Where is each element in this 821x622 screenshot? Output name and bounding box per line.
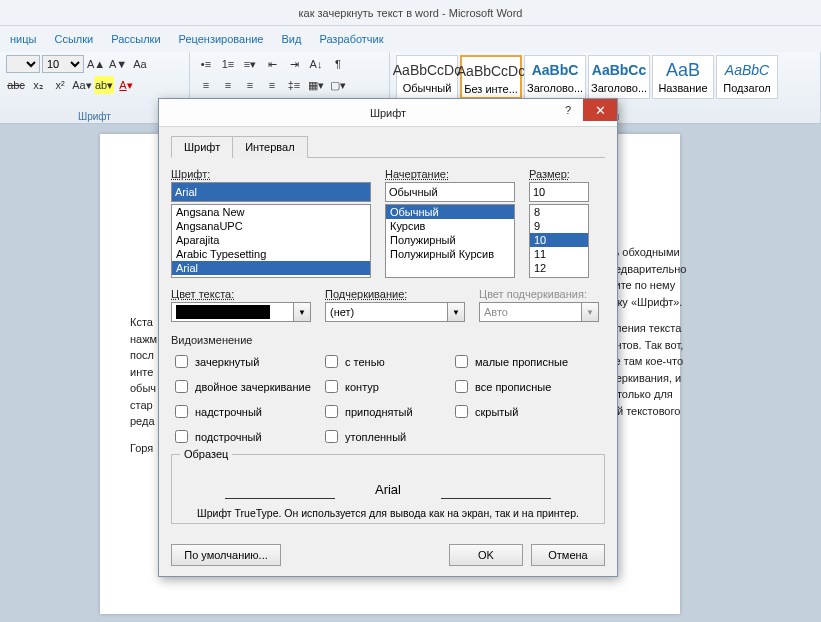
dialog-title: Шрифт xyxy=(370,107,406,119)
align-left-icon[interactable]: ≡ xyxy=(196,76,216,94)
ribbon-tab[interactable]: Рецензирование xyxy=(179,33,264,45)
doc-text: реда xyxy=(130,413,157,430)
sample-label: Образец xyxy=(180,448,232,460)
doc-text: посл xyxy=(130,347,157,364)
sample-desc: Шрифт TrueType. Он используется для выво… xyxy=(182,507,594,519)
list-item[interactable]: Angsana New xyxy=(172,205,370,219)
change-case-icon[interactable]: Aa▾ xyxy=(72,76,92,94)
chk-engrave[interactable]: утопленный xyxy=(321,427,451,446)
font-color-icon[interactable]: A▾ xyxy=(116,76,136,94)
cancel-button[interactable]: Отмена xyxy=(531,544,605,566)
superscript-icon[interactable]: x² xyxy=(50,76,70,94)
justify-icon[interactable]: ≡ xyxy=(262,76,282,94)
chk-sub[interactable]: подстрочный xyxy=(171,427,321,446)
ribbon-tab[interactable]: ницы xyxy=(10,33,36,45)
style-tile[interactable]: AaBbCcDcОбычный xyxy=(396,55,458,99)
style-label: Начертание: xyxy=(385,168,515,180)
size-input[interactable] xyxy=(529,182,589,202)
highlight-icon[interactable]: ab▾ xyxy=(94,76,114,94)
bullets-icon[interactable]: •≡ xyxy=(196,55,216,73)
default-button[interactable]: По умолчанию... xyxy=(171,544,281,566)
ucolor-label: Цвет подчеркивания: xyxy=(479,288,599,300)
sort-icon[interactable]: A↓ xyxy=(306,55,326,73)
style-tile[interactable]: AaBbCcЗаголово... xyxy=(588,55,650,99)
chk-hidden[interactable]: скрытый xyxy=(451,402,591,421)
chk-shadow[interactable]: с тенью xyxy=(321,352,451,371)
help-button[interactable]: ? xyxy=(553,99,583,121)
list-item[interactable]: 10 xyxy=(530,233,588,247)
style-tile[interactable]: AaBbCЗаголово... xyxy=(524,55,586,99)
list-item[interactable]: 11 xyxy=(530,247,588,261)
font-name-partial[interactable] xyxy=(6,55,40,73)
tab-font[interactable]: Шрифт xyxy=(171,136,233,158)
list-item[interactable]: 8 xyxy=(530,205,588,219)
ribbon-tab[interactable]: Вид xyxy=(282,33,302,45)
multilevel-icon[interactable]: ≡▾ xyxy=(240,55,260,73)
list-item[interactable]: 9 xyxy=(530,219,588,233)
borders-icon[interactable]: ▢▾ xyxy=(328,76,348,94)
style-listbox[interactable]: Обычный Курсив Полужирный Полужирный Кур… xyxy=(385,204,515,278)
chk-emboss[interactable]: приподнятый xyxy=(321,402,451,421)
effects-label: Видоизменение xyxy=(171,334,252,346)
indent-icon[interactable]: ⇥ xyxy=(284,55,304,73)
style-tile[interactable]: AaBНазвание xyxy=(652,55,714,99)
style-tile[interactable]: AaBbCcDcБез инте... xyxy=(460,55,522,99)
outdent-icon[interactable]: ⇤ xyxy=(262,55,282,73)
grow-font-icon[interactable]: A▲ xyxy=(86,55,106,73)
align-right-icon[interactable]: ≡ xyxy=(240,76,260,94)
dialog-tabs: Шрифт Интервал xyxy=(171,135,605,158)
numbering-icon[interactable]: 1≡ xyxy=(218,55,238,73)
dialog-buttons: По умолчанию... OK Отмена xyxy=(159,534,617,576)
list-item[interactable]: Aparajita xyxy=(172,233,370,247)
size-listbox[interactable]: 8 9 10 11 12 xyxy=(529,204,589,278)
close-button[interactable]: ✕ xyxy=(583,99,617,121)
chk-dstrike[interactable]: двойное зачеркивание xyxy=(171,377,321,396)
ribbon-tab[interactable]: Ссылки xyxy=(54,33,93,45)
list-item[interactable]: AngsanaUPC xyxy=(172,219,370,233)
chk-strike[interactable]: зачеркнутый xyxy=(171,352,321,371)
style-input[interactable] xyxy=(385,182,515,202)
ribbon-tabstrip: ницы Ссылки Рассылки Рецензирование Вид … xyxy=(0,26,821,52)
line-spacing-icon[interactable]: ‡≡ xyxy=(284,76,304,94)
color-combo[interactable]: ▼ xyxy=(171,302,311,322)
list-item[interactable]: Полужирный xyxy=(386,233,514,247)
list-item[interactable]: Обычный xyxy=(386,205,514,219)
ribbon-tab[interactable]: Разработчик xyxy=(319,33,383,45)
chk-smallcaps[interactable]: малые прописные xyxy=(451,352,591,371)
font-size-select[interactable]: 10 xyxy=(42,55,84,73)
list-item[interactable]: Arabic Typesetting xyxy=(172,247,370,261)
doc-text: инте xyxy=(130,364,157,381)
size-label: Размер: xyxy=(529,168,589,180)
doc-text: обыч xyxy=(130,380,157,397)
ribbon-tab[interactable]: Рассылки xyxy=(111,33,160,45)
chevron-down-icon[interactable]: ▼ xyxy=(448,302,465,322)
shrink-font-icon[interactable]: A▼ xyxy=(108,55,128,73)
sample-box: Образец Arial Шрифт TrueType. Он использ… xyxy=(171,454,605,524)
show-marks-icon[interactable]: ¶ xyxy=(328,55,348,73)
chk-super[interactable]: надстрочный xyxy=(171,402,321,421)
list-item[interactable]: Полужирный Курсив xyxy=(386,247,514,261)
list-item[interactable]: 12 xyxy=(530,261,588,275)
color-swatch xyxy=(176,305,270,319)
sample-text: Arial xyxy=(335,482,441,499)
list-item[interactable]: Arial xyxy=(172,261,370,275)
underline-combo[interactable]: (нет) ▼ xyxy=(325,302,465,322)
clear-format-icon[interactable]: Aa xyxy=(130,55,150,73)
chk-allcaps[interactable]: все прописные xyxy=(451,377,591,396)
font-input[interactable] xyxy=(171,182,371,202)
align-center-icon[interactable]: ≡ xyxy=(218,76,238,94)
style-tile[interactable]: AaBbCПодзагол xyxy=(716,55,778,99)
ok-button[interactable]: OK xyxy=(449,544,523,566)
chevron-down-icon[interactable]: ▼ xyxy=(294,302,311,322)
list-item[interactable]: Курсив xyxy=(386,219,514,233)
font-listbox[interactable]: Angsana New AngsanaUPC Aparajita Arabic … xyxy=(171,204,371,278)
tab-spacing[interactable]: Интервал xyxy=(232,136,307,158)
subscript-icon[interactable]: x₂ xyxy=(28,76,48,94)
shading-icon[interactable]: ▦▾ xyxy=(306,76,326,94)
chevron-down-icon: ▼ xyxy=(582,302,599,322)
strike-icon[interactable]: abc xyxy=(6,76,26,94)
ucolor-combo: Авто ▼ xyxy=(479,302,599,322)
font-label: Шрифт: xyxy=(171,168,371,180)
chk-outline[interactable]: контур xyxy=(321,377,451,396)
color-label: Цвет текста: xyxy=(171,288,311,300)
